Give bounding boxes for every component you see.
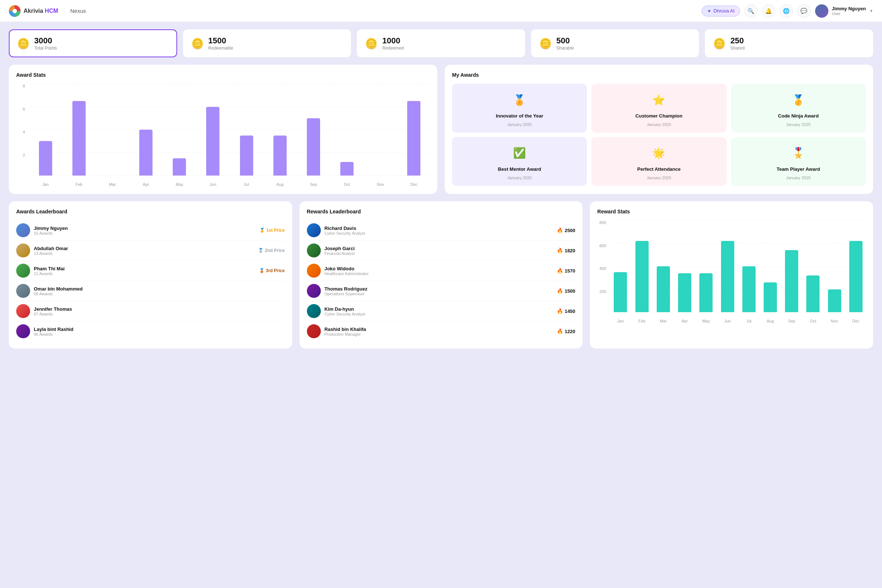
x-label-jul: Jul (230, 182, 262, 187)
bar-group-aug (264, 84, 296, 176)
bar (240, 135, 253, 176)
award-card-team-player-award[interactable]: 🎖️ Team Player Award January 2025 (731, 137, 866, 186)
rewards-leaderboard-list: Richard Davis Cyber Security Analyst 🔥 2… (307, 220, 575, 341)
x-label-may: May (164, 182, 195, 187)
award-card-perfect-attendance[interactable]: 🌟 Perfect Attendance January 2025 (591, 137, 726, 186)
leaderboard-item[interactable]: Layla bint Rashid 06 Awards (16, 321, 285, 341)
x-label-nov: Nov (365, 182, 397, 187)
points-value: 3000 (34, 36, 57, 45)
points-value: 1000 (382, 36, 404, 45)
points-card-redeemable[interactable]: 🪙 1500 Redeemable (183, 29, 351, 57)
x-label-feb: Feb (63, 182, 95, 187)
points-value: 250 (730, 36, 745, 45)
dhruva-ai-button[interactable]: ✦ Dhruva AI (702, 6, 740, 16)
bar (636, 241, 649, 312)
bar-group-oct (331, 84, 363, 176)
leaderboard-item[interactable]: Jimmy Nguyen 15 Awards 🥇 1st Price (16, 220, 285, 240)
rewards-leaderboard-title: Rewards Leaderboard (307, 208, 575, 214)
bar-group-nov (365, 84, 397, 176)
bar-group-apr (130, 84, 162, 176)
fire-icon: 🔥 (557, 248, 563, 254)
bell-icon: 🔔 (765, 8, 772, 14)
x-label-nov: Nov (825, 319, 844, 323)
leaderboard-item[interactable]: Pham Thi Mai 11 Awards 🥉 3rd Price (16, 261, 285, 281)
leaderboard-item[interactable]: Joko Widodo Healthcare Administrator 🔥 1… (307, 261, 575, 281)
points-value: 1820 (565, 248, 575, 254)
awards-leaderboard-card: Awards Leaderboard Jimmy Nguyen 15 Award… (9, 201, 292, 348)
points-value: 1570 (565, 268, 575, 274)
reward-stats-bars (610, 220, 866, 312)
header-right: ✦ Dhruva AI 🔍 🔔 🌐 💬 Jimmy Nguyen User ▼ (702, 4, 873, 18)
avatar (16, 324, 30, 338)
avatar (16, 243, 30, 258)
avatar (307, 304, 321, 318)
reward-points: 🔥 1570 (557, 268, 575, 274)
bar-group-jan (610, 220, 630, 312)
award-date: January 2025 (786, 122, 811, 127)
leaderboard-item[interactable]: Kim Da-hyun Cyber Security Analyst 🔥 145… (307, 301, 575, 321)
bar-group-feb (632, 220, 652, 312)
leaderboard-item[interactable]: Richard Davis Cyber Security Analyst 🔥 2… (307, 220, 575, 240)
search-button[interactable]: 🔍 (745, 4, 758, 18)
akrivia-logo-icon (9, 5, 21, 17)
points-card-total-points[interactable]: 🪙 3000 Total Points (9, 29, 177, 57)
award-card-innovator-of-the-year[interactable]: 🏅 Innovator of the Year January 2025 (452, 84, 587, 133)
help-icon: 💬 (801, 8, 807, 14)
help-button[interactable]: 💬 (798, 4, 811, 18)
person-name: Abdullah Omar (34, 246, 68, 251)
x-label-oct: Oct (803, 319, 823, 323)
coin-icon: 🪙 (713, 38, 726, 50)
user-info: Jimmy Nguyen User (832, 6, 866, 16)
user-menu[interactable]: Jimmy Nguyen User ▼ (815, 4, 873, 18)
fire-icon: 🔥 (557, 328, 563, 334)
fire-icon: 🔥 (557, 268, 563, 274)
bar (806, 276, 819, 312)
person-name: Jennifer Thomas (34, 306, 72, 312)
bar-group-dec (398, 84, 430, 176)
points-card-sharable[interactable]: 🪙 500 Sharable (531, 29, 699, 57)
leaderboard-item[interactable]: Omar bin Mohammed 09 Awards (16, 281, 285, 301)
bar-group-jun (717, 220, 737, 312)
x-label-sep: Sep (782, 319, 801, 323)
bar-group-dec (846, 220, 866, 312)
notifications-button[interactable]: 🔔 (762, 4, 775, 18)
bar-group-aug (760, 220, 780, 312)
coin-icon: 🪙 (365, 38, 378, 50)
award-icon: ✅ (509, 143, 530, 164)
header: Akrivia HCM Nexus ✦ Dhruva AI 🔍 🔔 🌐 💬 Ji… (0, 0, 882, 22)
award-card-customer-champion[interactable]: ⭐ Customer Champion January 2025 (591, 84, 726, 133)
leaderboard-item[interactable]: Rashid bin Khalifa Production Manager 🔥 … (307, 321, 575, 341)
person-sub: Cyber Security Analyst (325, 312, 365, 316)
bar (721, 241, 734, 312)
leaderboard-item[interactable]: Joseph Garci Financial Analyst 🔥 1820 (307, 240, 575, 261)
points-card-shared[interactable]: 🪙 250 Shared (705, 29, 873, 57)
language-button[interactable]: 🌐 (780, 4, 793, 18)
bar-group-jul (230, 84, 262, 176)
leaderboard-item[interactable]: Jennifer Thomas 07 Awards (16, 301, 285, 321)
bar-group-jul (739, 220, 759, 312)
bar-group-nov (825, 220, 844, 312)
awards-grid: 🏅 Innovator of the Year January 2025 ⭐ C… (452, 84, 866, 186)
award-card-code-ninja-award[interactable]: 🥇 Code Ninja Award January 2025 (731, 84, 866, 133)
x-label-jan: Jan (610, 319, 630, 323)
x-label-sep: Sep (297, 182, 329, 187)
leaderboard-item[interactable]: Thomas Rodriguez Operations Supervisor 🔥… (307, 281, 575, 301)
person-name: Omar bin Mohammed (34, 286, 83, 292)
leaderboard-item[interactable]: Abdullah Omar 13 Awards 🥈 2nd Price (16, 240, 285, 261)
award-stats-x-labels: JanFebMarAprMayJunJulAugSepOctNovDec (29, 182, 430, 187)
my-awards-card: My Awards 🏅 Innovator of the Year Januar… (445, 64, 873, 194)
avatar (307, 264, 321, 278)
award-name: Perfect Attendance (637, 166, 681, 172)
bar (173, 158, 186, 176)
person-name: Layla bint Rashid (34, 327, 74, 332)
person-sub: 15 Awards (34, 231, 68, 236)
person-name: Joseph Garci (325, 246, 355, 251)
bar (139, 130, 153, 176)
bar (742, 266, 756, 312)
points-card-redeemed[interactable]: 🪙 1000 Redeemed (357, 29, 525, 57)
x-label-aug: Aug (760, 319, 780, 323)
avatar (16, 284, 30, 298)
brand-name: Akrivia HCM (24, 8, 58, 14)
bar-group-sep (782, 220, 801, 312)
award-card-best-mentor-award[interactable]: ✅ Best Mentor Award January 2025 (452, 137, 587, 186)
